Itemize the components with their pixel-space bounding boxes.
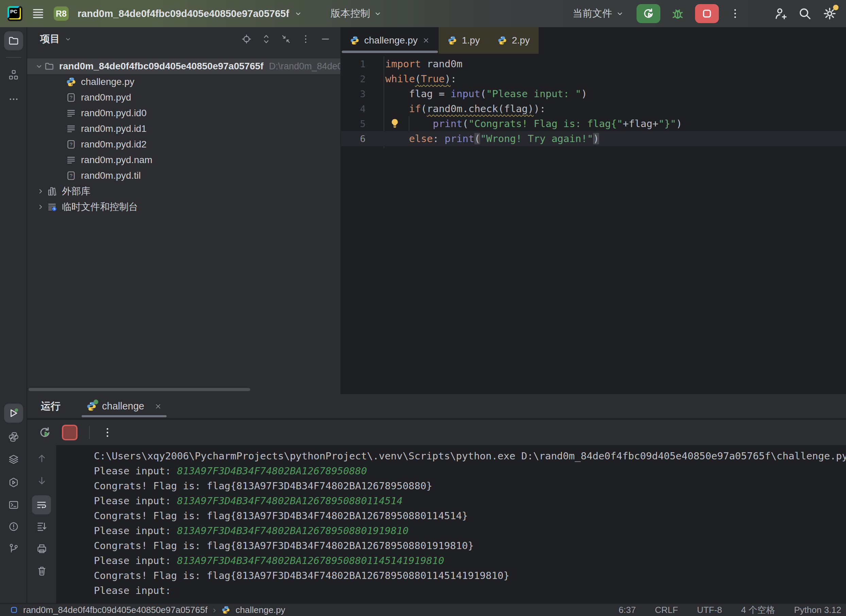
tree-item[interactable]: ?rand0m.pyd.id2: [27, 136, 340, 152]
intention-bulb-icon[interactable]: [390, 118, 400, 129]
clear-console-icon[interactable]: [36, 565, 48, 577]
scroll-up-icon[interactable]: [36, 453, 48, 464]
sidebar-item-version-control[interactable]: [8, 543, 19, 554]
tree-item-label: rand0m.pyd.id0: [81, 108, 147, 119]
project-tree: rand0m_84de0f4fbc09d405e40850e97a05765fD…: [27, 59, 340, 215]
tree-item[interactable]: rand0m_84de0f4fbc09d405e40850e97a05765fD…: [27, 59, 340, 74]
soft-wrap-icon: [36, 499, 47, 511]
running-indicator-dot: [94, 400, 98, 404]
soft-wrap-button[interactable]: [32, 496, 51, 515]
run-panel-title: 运行: [41, 400, 60, 413]
code-line[interactable]: 5 print("Congrats! Flag is: flag{"+flag+…: [341, 116, 846, 131]
tree-item-label: challenge.py: [81, 76, 134, 87]
line-ending[interactable]: CRLF: [655, 605, 678, 615]
scroll-to-end-icon[interactable]: [36, 521, 48, 532]
chevron-down-icon[interactable]: [294, 9, 303, 18]
panel-options-icon[interactable]: [300, 34, 311, 44]
tree-item[interactable]: ?rand0m.pyd: [27, 90, 340, 105]
chevron-right-icon[interactable]: [36, 187, 45, 196]
console-line: Please input: 813A97F3D4B34F74802BA12678…: [94, 553, 846, 568]
tree-item[interactable]: rand0m.pyd.nam: [27, 152, 340, 168]
stop-button[interactable]: [695, 4, 719, 23]
project-horizontal-scrollbar[interactable]: [29, 388, 250, 391]
stop-process-button[interactable]: [62, 425, 78, 440]
tab-label: challenge.py: [364, 35, 418, 46]
python-interpreter[interactable]: Python 3.12: [794, 605, 841, 615]
run-configuration-selector[interactable]: 当前文件: [572, 7, 624, 21]
left-tool-strip: [0, 27, 27, 603]
code-line[interactable]: 6 else: print("Wrong! Try again!"): [341, 131, 846, 146]
sidebar-item-more-tools[interactable]: [8, 94, 19, 105]
status-file-name[interactable]: challenge.py: [235, 605, 285, 615]
collapse-all-icon[interactable]: [281, 34, 291, 44]
project-panel-header: 项目: [27, 27, 340, 51]
console-line: C:\Users\xqy2006\PycharmProjects\pythonP…: [94, 449, 846, 463]
close-icon[interactable]: [154, 403, 162, 410]
hide-panel-icon[interactable]: [320, 34, 331, 44]
rerun-icon[interactable]: [38, 426, 51, 439]
scroll-down-icon[interactable]: [36, 475, 48, 487]
run-panel: 运行 challenge: [27, 394, 846, 603]
run-tool-icon: [7, 407, 20, 419]
console-more-options-icon[interactable]: [102, 427, 113, 439]
chevron-right-icon[interactable]: [36, 202, 45, 211]
debug-button[interactable]: [671, 6, 685, 21]
code-editor[interactable]: 1import rand0m2while(True):3 flag = inpu…: [341, 56, 846, 146]
code-line[interactable]: 4 if(rand0m.check(flag)):: [341, 101, 846, 116]
vcs-widget[interactable]: 版本控制: [331, 7, 382, 21]
code-line[interactable]: 2while(True):: [341, 71, 846, 86]
sidebar-item-python-console[interactable]: [8, 477, 19, 488]
tree-item[interactable]: challenge.py: [27, 74, 340, 90]
sidebar-item-services[interactable]: [8, 454, 19, 465]
code-line[interactable]: 3 flag = input("Please input: "): [341, 86, 846, 101]
project-panel-title[interactable]: 项目: [40, 32, 72, 46]
locate-file-icon[interactable]: [241, 34, 252, 44]
tree-item[interactable]: 临时文件和控制台: [27, 199, 340, 215]
console-user-input: 813A97F3D4B34F74802BA12678950880114514: [177, 495, 402, 507]
sidebar-item-run[interactable]: [4, 404, 23, 423]
search-everywhere-icon[interactable]: [798, 6, 812, 21]
tree-item[interactable]: 外部库: [27, 183, 340, 199]
folder-icon: [44, 61, 54, 71]
console-line: Congrats! Flag is: flag{813A97F3D4B34F74…: [94, 478, 846, 493]
code-with-me-icon[interactable]: [773, 6, 787, 21]
console-output[interactable]: C:\Users\xqy2006\PycharmProjects\pythonP…: [56, 445, 846, 603]
strip-divider: [6, 57, 21, 58]
print-icon[interactable]: [36, 543, 48, 554]
chevron-down-icon: [64, 35, 72, 43]
run-tab-challenge[interactable]: challenge: [82, 394, 166, 418]
tree-item-label: rand0m.pyd.id2: [81, 139, 147, 150]
close-icon[interactable]: [422, 37, 430, 44]
sidebar-item-structure[interactable]: [8, 69, 19, 80]
tree-item[interactable]: ?rand0m.pyd.til: [27, 168, 340, 183]
project-name[interactable]: rand0m_84de0f4fbc09d405e40850e97a05765f: [78, 8, 289, 19]
sidebar-item-terminal[interactable]: [8, 499, 19, 510]
rerun-button[interactable]: [637, 4, 660, 23]
status-project-name[interactable]: rand0m_84de0f4fbc09d405e40850e97a05765f: [23, 605, 207, 615]
file-encoding[interactable]: UTF-8: [697, 605, 722, 615]
indent-style[interactable]: 4 个空格: [741, 604, 775, 616]
chevron-down-icon: [615, 9, 624, 18]
sidebar-item-python-packages[interactable]: [8, 431, 19, 442]
sidebar-item-problems[interactable]: [8, 521, 19, 532]
more-actions-icon[interactable]: [729, 7, 741, 20]
code-line[interactable]: 1import rand0m: [341, 56, 846, 71]
tree-item[interactable]: rand0m.pyd.id1: [27, 121, 340, 136]
tree-item[interactable]: rand0m.pyd.id0: [27, 105, 340, 121]
caret-position[interactable]: 6:37: [618, 605, 636, 615]
pycharm-logo-icon: PC: [7, 6, 22, 21]
tab-challenge-py[interactable]: challenge.py: [341, 27, 438, 54]
project-badge[interactable]: R8: [54, 6, 69, 21]
line-number: 3: [341, 89, 366, 99]
settings-button[interactable]: [822, 6, 837, 21]
text-file-icon: [66, 155, 76, 165]
svg-text:?: ?: [70, 95, 72, 100]
tab-2-py[interactable]: 2.py: [488, 27, 538, 54]
expand-selection-icon[interactable]: [261, 34, 272, 44]
tab-1-py[interactable]: 1.py: [438, 27, 488, 54]
sidebar-item-project[interactable]: [4, 31, 23, 50]
vcs-label: 版本控制: [331, 7, 370, 21]
chevron-down-icon[interactable]: [35, 62, 44, 71]
unknown-file-icon: ?: [66, 92, 76, 103]
main-menu-icon[interactable]: [31, 7, 45, 21]
